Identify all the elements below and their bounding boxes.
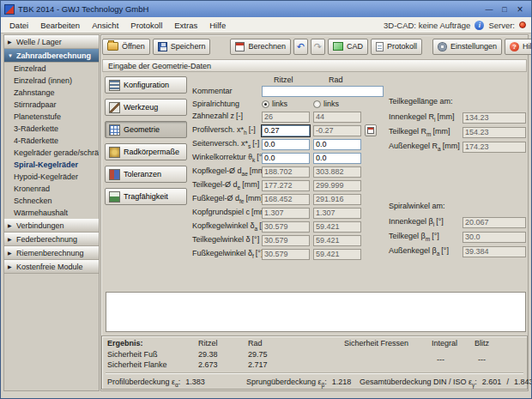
- results-panel: Ergebnis: Ritzel Rad Sicherheit Fressen …: [101, 336, 528, 390]
- sidebar-item-planetenstufe[interactable]: Planetenstufe: [4, 111, 99, 123]
- sidebar-item-einzelrad-innen[interactable]: Einzelrad (innen): [4, 75, 99, 87]
- sidebar-item-zahnstange[interactable]: Zahnstange: [4, 87, 99, 99]
- calculate-button-label: Berechnen: [248, 42, 286, 51]
- sidebar-item-kronenrad[interactable]: Kronenrad: [4, 183, 99, 195]
- menu-bearbeiten[interactable]: Bearbeiten: [34, 21, 86, 30]
- sidebar-item-einzelrad[interactable]: Einzelrad: [4, 63, 99, 75]
- sidebar-section-federberechnung[interactable]: ▶ Federberechnung: [4, 233, 99, 246]
- open-button[interactable]: Öffnen: [102, 39, 150, 55]
- sidebar-item-hypoid-kegelraeder[interactable]: Hypoid-Kegelräder: [4, 171, 99, 183]
- sidebar-section-welle-lager[interactable]: ▶ Welle / Lager: [4, 35, 99, 49]
- geometry-view-button[interactable]: Geometrie: [105, 121, 187, 138]
- menu-datei[interactable]: Datei: [3, 21, 34, 30]
- kopfkegel-durchmesser-row: Kopfkegel-Ø dae[mm]: [192, 166, 365, 178]
- sidebar-item-stirnradpaar[interactable]: Stirnradpaar: [4, 99, 99, 111]
- menu-ansicht[interactable]: Ansicht: [86, 21, 124, 30]
- configuration-view-button[interactable]: Konfiguration: [105, 76, 187, 94]
- row-unit: [mm]: [245, 194, 263, 203]
- spiral-left-rad-radio[interactable]: [313, 100, 321, 108]
- wheel-body-view-button[interactable]: Radkörpermaße: [105, 143, 187, 160]
- menu-hilfe[interactable]: Hilfe: [203, 21, 232, 30]
- gesamtueberdeckung-iso-value: 1.843: [514, 378, 532, 386]
- minimize-button[interactable]: —: [481, 3, 497, 15]
- tolerances-view-button[interactable]: Toleranzen: [105, 166, 187, 183]
- chevron-right-icon: ▶: [8, 250, 14, 256]
- slash: /: [506, 378, 509, 386]
- kopfgrundspiel-row: Kopfgrundspiel c[mm]: [192, 207, 365, 219]
- wheel-body-icon: [109, 147, 120, 158]
- sicherheit-fuss-rad-value: 29.75: [248, 350, 268, 359]
- sidebar-section-kostenfreie-module[interactable]: ▶ Kostenfreie Module: [4, 260, 99, 274]
- row-unit: [°]: [436, 217, 444, 226]
- settings-button[interactable]: Einstellungen: [432, 39, 502, 55]
- seitenversch-ritzel-field[interactable]: [262, 139, 310, 150]
- kopfkegelwinkel-ritzel-field: [262, 221, 310, 233]
- section-label: Zahnradberechnung: [16, 51, 91, 60]
- tool-view-button[interactable]: Werkzeug: [105, 99, 187, 116]
- chevron-right-icon: ▶: [8, 263, 14, 269]
- profilversch-ritzel-field[interactable]: [262, 125, 310, 136]
- window-title: TBK 2014 - GWJ Technology GmbH: [18, 4, 148, 14]
- colon: :: [324, 378, 327, 386]
- row-label: Teilkegelwinkel δ: [192, 235, 251, 244]
- sidebar-item-waermehaushalt[interactable]: Wärmehaushalt: [4, 207, 99, 219]
- sidebar-item-schnecken[interactable]: Schnecken: [4, 195, 99, 207]
- aussenkegel-laenge-row: Außenkegel Ra[mm]: [389, 141, 527, 153]
- aussenkegel-spiralwinkel-field: [462, 246, 526, 257]
- sidebar-item-spiral-kegelraeder[interactable]: Spiral-Kegelräder: [4, 159, 99, 171]
- row-label: Kopfkegel-Ø d: [192, 166, 242, 175]
- close-button[interactable]: ×: [512, 3, 528, 15]
- teilkegelwinkel-rad-field: [313, 235, 361, 246]
- kopfgrundspiel-rad-field: [313, 208, 361, 219]
- kommentar-label: Kommentar: [192, 87, 262, 95]
- results-col-integral: Integral: [432, 339, 457, 348]
- info-icon[interactable]: i: [475, 21, 484, 30]
- toolbar: Öffnen Speichern Berechnen ↶ ↷ CAD Proto…: [102, 37, 527, 56]
- kommentar-input[interactable]: [262, 86, 384, 97]
- kopfkegel-durchmesser-ritzel-field: [262, 166, 310, 178]
- teilkegel-durchmesser-rad-field: [313, 180, 361, 191]
- tolerances-icon: [109, 169, 120, 180]
- section-label: Kostenfreie Module: [16, 263, 83, 271]
- help-button[interactable]: ? Hilfe: [505, 39, 532, 55]
- maximize-button[interactable]: □: [497, 3, 512, 15]
- sidebar-item-3-raederkette[interactable]: 3-Räderkette: [4, 123, 99, 135]
- tolerances-label: Toleranzen: [124, 170, 161, 178]
- seitenversch-rad-field[interactable]: [313, 139, 361, 150]
- cad-button[interactable]: CAD: [328, 39, 368, 55]
- undo-button[interactable]: ↶: [293, 39, 308, 55]
- winkelkorrektur-ritzel-field[interactable]: [262, 153, 310, 164]
- sicherheit-fuss-ritzel-value: 29.38: [198, 350, 218, 359]
- geometry-label: Geometrie: [124, 125, 160, 134]
- save-button[interactable]: Speichern: [153, 39, 211, 55]
- row-unit: [-]: [252, 139, 259, 148]
- load-capacity-view-button[interactable]: Tragfähigkeit: [105, 188, 187, 205]
- spiralwinkel-heading: Spiralwinkel am:: [389, 202, 445, 210]
- titlebar: TBK 2014 - GWJ Technology GmbH — □ ×: [1, 1, 531, 17]
- sicherheit-fuss-label: Sicherheit Fuß: [107, 350, 158, 359]
- spiral-left-ritzel-radio[interactable]: [262, 100, 269, 108]
- winkelkorrektur-rad-field[interactable]: [313, 153, 361, 164]
- cone-length-panel: Teilkegellänge am: Innenkegel Ri[mm] Tei…: [389, 73, 527, 287]
- profilueberdeckung-item: Profilüberdeckung εα:1.383: [107, 378, 205, 388]
- profile-shift-tool-button[interactable]: [365, 124, 377, 136]
- calculate-button[interactable]: Berechnen: [230, 39, 291, 55]
- row-unit: [°]: [252, 235, 260, 244]
- teilkegel-spiralwinkel-row: Teilkegel βm[°]: [389, 231, 527, 243]
- sidebar-section-verbindungen[interactable]: ▶ Verbindungen: [4, 219, 99, 233]
- row-label: Kopfkegelwinkel δ: [192, 221, 255, 230]
- redo-button[interactable]: ↷: [311, 39, 325, 55]
- row-unit: [mm]: [443, 142, 460, 150]
- sidebar-item-kegelraeder-gerade-schraeg[interactable]: Kegelräder gerade/schräg: [4, 147, 99, 159]
- sidebar-item-4-raederkette[interactable]: 4-Räderkette: [4, 135, 99, 147]
- row-unit: [mm]: [438, 112, 455, 121]
- help-button-label: Hilfe: [523, 42, 532, 51]
- sidebar-section-riemenberechnung[interactable]: ▶ Riemenberechnung: [4, 246, 99, 260]
- help-icon: ?: [510, 42, 519, 51]
- menu-protokoll[interactable]: Protokoll: [124, 21, 168, 30]
- protocol-button[interactable]: Protokoll: [371, 39, 422, 55]
- gear-icon: [438, 42, 447, 51]
- sidebar-section-zahnradberechnung[interactable]: ▼ Zahnradberechnung: [4, 49, 99, 63]
- overlap-label: Profilüberdeckung ε: [107, 378, 175, 386]
- menu-extras[interactable]: Extras: [168, 21, 203, 30]
